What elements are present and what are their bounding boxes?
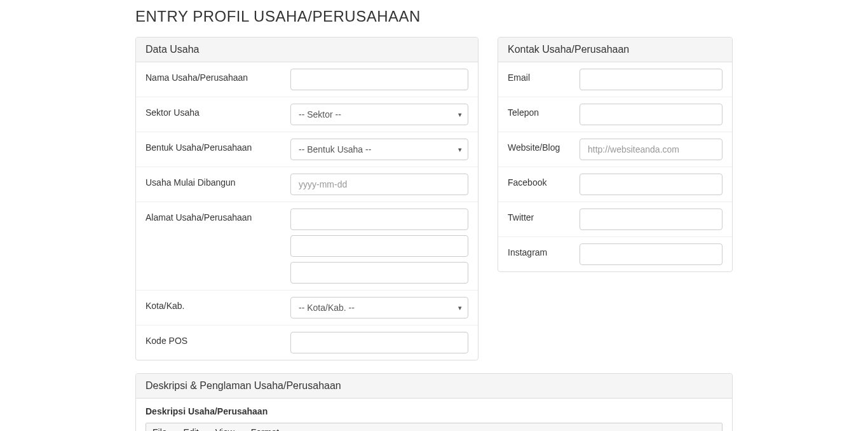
panel-heading-deskripsi: Deskripsi & Penglaman Usaha/Perusahaan	[136, 374, 732, 399]
label-deskripsi-usaha: Deskripsi Usaha/Perusahaan	[136, 399, 732, 423]
twitter-input[interactable]	[580, 209, 722, 230]
panel-kontak-usaha: Kontak Usaha/Perusahaan Email Telepon	[498, 37, 733, 272]
alamat-line1-input[interactable]	[290, 209, 468, 230]
editor-menu-format[interactable]: Format▾	[251, 427, 284, 431]
panel-heading-data-usaha: Data Usaha	[136, 38, 478, 62]
instagram-input[interactable]	[580, 243, 722, 265]
label-kota-kab: Kota/Kab.	[146, 297, 290, 311]
label-sektor-usaha: Sektor Usaha	[146, 104, 290, 118]
alamat-line2-input[interactable]	[290, 235, 468, 257]
label-twitter: Twitter	[508, 209, 580, 222]
panel-heading-kontak-usaha: Kontak Usaha/Perusahaan	[498, 38, 732, 62]
label-telepon: Telepon	[508, 104, 580, 118]
facebook-input[interactable]	[580, 174, 722, 195]
label-kode-pos: Kode POS	[146, 332, 290, 346]
nama-usaha-input[interactable]	[290, 69, 468, 90]
label-email: Email	[508, 69, 580, 83]
kode-pos-input[interactable]	[290, 332, 468, 353]
label-nama-usaha: Nama Usaha/Perusahaan	[146, 69, 290, 83]
telepon-input[interactable]	[580, 104, 722, 125]
editor-menubar: File▾ Edit▾ View▾ Format▾	[146, 423, 722, 431]
sektor-usaha-select[interactable]: -- Sektor --	[290, 104, 468, 125]
label-facebook: Facebook	[508, 174, 580, 188]
email-input[interactable]	[580, 69, 722, 90]
panel-deskripsi: Deskripsi & Penglaman Usaha/Perusahaan D…	[135, 373, 733, 431]
label-website: Website/Blog	[508, 139, 580, 153]
label-usaha-mulai: Usaha Mulai Dibangun	[146, 174, 290, 188]
bentuk-usaha-select[interactable]: -- Bentuk Usaha --	[290, 139, 468, 160]
label-alamat-usaha: Alamat Usaha/Perusahaan	[146, 209, 290, 222]
editor-menu-edit[interactable]: Edit▾	[184, 427, 204, 431]
editor-menu-view[interactable]: View▾	[215, 427, 240, 431]
label-bentuk-usaha: Bentuk Usaha/Perusahaan	[146, 139, 290, 153]
website-input[interactable]	[580, 139, 722, 160]
kota-kab-select[interactable]: -- Kota/Kab. --	[290, 297, 468, 318]
editor-menu-file[interactable]: File▾	[153, 427, 172, 431]
page-title: ENTRY PROFIL USAHA/PERUSAHAAN	[135, 8, 733, 25]
label-instagram: Instagram	[508, 243, 580, 257]
rich-text-editor: File▾ Edit▾ View▾ Format▾	[146, 423, 722, 431]
alamat-line3-input[interactable]	[290, 262, 468, 284]
panel-data-usaha: Data Usaha Nama Usaha/Perusahaan Sektor …	[135, 37, 478, 360]
usaha-mulai-input[interactable]	[290, 174, 468, 195]
